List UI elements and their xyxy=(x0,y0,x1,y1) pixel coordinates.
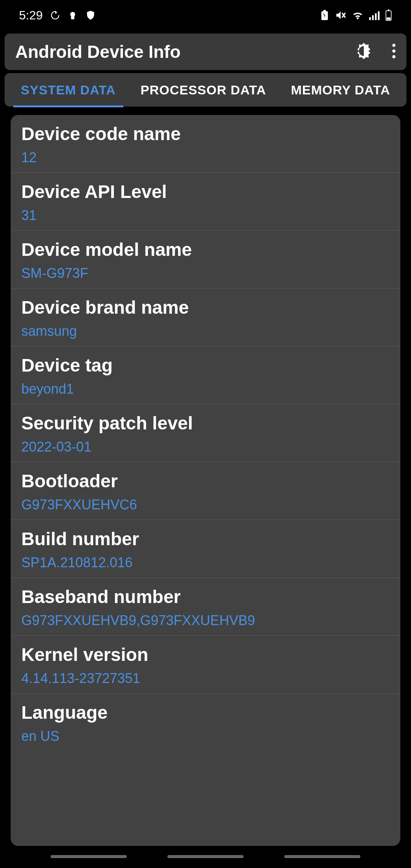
item-label: Security patch level xyxy=(21,413,390,434)
status-time: 5:29 xyxy=(19,8,43,22)
tab-memory-data[interactable]: MEMORY DATA xyxy=(283,73,398,107)
item-label: Device model name xyxy=(21,239,390,260)
item-label: Device code name xyxy=(21,123,390,144)
item-label: Device tag xyxy=(21,355,390,376)
list-item[interactable]: Device model name SM-G973F xyxy=(11,231,400,289)
brightness-icon[interactable] xyxy=(354,41,374,62)
nav-back[interactable] xyxy=(284,855,360,858)
item-value: 2022-03-01 xyxy=(21,439,390,455)
svg-rect-1 xyxy=(71,16,75,19)
list-item[interactable]: Device tag beyond1 xyxy=(11,346,400,404)
list-item[interactable]: Device code name 12 xyxy=(11,115,400,173)
item-value: SP1A.210812.016 xyxy=(21,555,390,571)
svg-rect-11 xyxy=(388,10,390,11)
svg-rect-3 xyxy=(323,10,326,11)
svg-rect-12 xyxy=(387,18,390,20)
tab-system-data[interactable]: SYSTEM DATA xyxy=(13,73,124,107)
battery-saver-icon xyxy=(320,10,330,21)
item-label: Bootloader xyxy=(21,471,390,491)
item-value: samsung xyxy=(21,323,390,339)
list-item[interactable]: Security patch level 2022-03-01 xyxy=(11,404,400,462)
item-value: 12 xyxy=(21,150,390,166)
item-label: Kernel version xyxy=(21,644,390,665)
svg-point-15 xyxy=(392,55,395,58)
item-value: 31 xyxy=(21,207,390,223)
item-value: G973FXXUEHVC6 xyxy=(21,497,390,513)
item-label: Device API Level xyxy=(21,181,390,202)
shield-icon xyxy=(85,10,96,21)
list-item[interactable]: Device brand name samsung xyxy=(11,289,400,346)
list-item[interactable]: Baseband number G973FXXUEHVB9,G973FXXUEH… xyxy=(11,578,400,636)
list-item[interactable]: Language en US xyxy=(11,694,400,751)
status-left: 5:29 xyxy=(19,8,96,22)
list-item[interactable]: Device API Level 31 xyxy=(11,173,400,231)
nav-recents[interactable] xyxy=(51,855,127,858)
battery-icon xyxy=(385,10,392,21)
tab-processor-data[interactable]: PROCESSOR DATA xyxy=(133,73,274,107)
item-value: 4.14.113-23727351 xyxy=(21,670,390,686)
content-card[interactable]: Device code name 12 Device API Level 31 … xyxy=(11,115,400,846)
item-value: G973FXXUEHVB9,G973FXXUEHVB9 xyxy=(21,613,390,629)
item-value: SM-G973F xyxy=(21,265,390,281)
list-item[interactable]: Bootloader G973FXXUEHVC6 xyxy=(11,462,400,520)
status-bar: 5:29 xyxy=(0,0,411,30)
item-label: Baseband number xyxy=(21,586,390,607)
nav-home[interactable] xyxy=(167,855,244,858)
svg-rect-6 xyxy=(369,17,371,20)
svg-rect-7 xyxy=(372,15,374,20)
svg-point-13 xyxy=(392,44,395,47)
navigation-bar xyxy=(0,849,411,864)
app-bar-actions xyxy=(354,41,396,62)
item-value: en US xyxy=(21,728,390,744)
signal-icon xyxy=(369,10,380,20)
app-bar: Android Device Info xyxy=(5,34,406,70)
item-label: Language xyxy=(21,702,390,723)
list-item[interactable]: Kernel version 4.14.113-23727351 xyxy=(11,636,400,694)
more-icon[interactable] xyxy=(392,43,396,61)
item-label: Device brand name xyxy=(21,297,390,318)
item-value: beyond1 xyxy=(21,381,390,397)
sync-icon xyxy=(50,10,60,20)
svg-point-14 xyxy=(392,49,395,53)
app-icon xyxy=(68,10,78,20)
list-item[interactable]: Build number SP1A.210812.016 xyxy=(11,520,400,578)
status-right xyxy=(320,10,392,21)
svg-rect-9 xyxy=(378,11,379,20)
svg-rect-8 xyxy=(375,13,376,20)
mute-icon xyxy=(335,10,346,21)
wifi-icon xyxy=(352,10,364,20)
app-title: Android Device Info xyxy=(15,41,180,62)
item-label: Build number xyxy=(21,528,390,549)
tab-bar: SYSTEM DATA PROCESSOR DATA MEMORY DATA xyxy=(5,73,406,107)
